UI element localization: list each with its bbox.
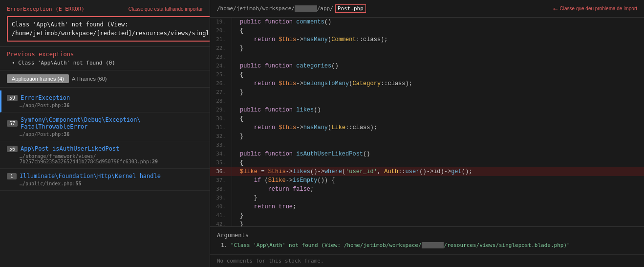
code-line: 27.} [210, 88, 644, 97]
annotation-import-wrapper: ← Classe que deu problema de import [553, 4, 637, 13]
code-line-highlighted: 36. $like = $this->likes()->where('user_… [210, 167, 644, 176]
code-line: 34.public function isAuthUserLikedPost() [210, 150, 644, 158]
frame-number: 57 [7, 120, 18, 127]
prev-exceptions-section: Previous exceptions Class 'App\Auth' not… [0, 47, 210, 70]
code-line: 21. return $this->hasMany(Comment::class… [210, 35, 644, 44]
code-line: 40. return true; [210, 202, 644, 211]
frame-item[interactable]: 59 ErrorException …/app/Post.php:36 [0, 90, 210, 112]
frame-class-name: App\Post isAuthUserLikedPost [21, 145, 119, 152]
error-header: ErrorException (E_ERROR) Classe que está… [0, 0, 210, 47]
frame-item[interactable]: 1 Illuminate\Foundation\Http\Kernel hand… [0, 169, 210, 191]
code-line: 37. if ($like->isEmpty()) { [210, 176, 644, 185]
code-line: 41.} [210, 211, 644, 220]
breadcrumb-path: /home/jetimob/workspace/ /app/ [217, 5, 333, 12]
frame-top: 56 App\Post isAuthUserLikedPost [7, 145, 203, 152]
frame-file: …/public/index.php:55 [7, 181, 203, 186]
code-line: 25.{ [210, 70, 644, 79]
code-line: 38. return false; [210, 185, 644, 194]
prev-exceptions-label: Previous exceptions [7, 51, 203, 58]
code-line: 33. [210, 141, 644, 150]
code-line: 28. [210, 97, 644, 106]
code-line: 32.} [210, 132, 644, 141]
frame-item[interactable]: 56 App\Post isAuthUserLikedPost …/storag… [0, 141, 210, 169]
arguments-label: Arguments [217, 232, 637, 239]
code-line: 42.} [210, 220, 644, 226]
argument-value: "Class 'App\Auth' not found (View: /home… [231, 242, 570, 248]
arrow-left-icon: ← [553, 4, 558, 13]
prev-exception-item[interactable]: Class 'App\Auth' not found (0) [7, 60, 203, 66]
frame-number: 1 [7, 173, 17, 179]
app-frames-button[interactable]: Application frames (4) [7, 74, 69, 83]
argument-item: 1. "Class 'App\Auth' not found (View: /h… [217, 242, 637, 250]
frame-number: 56 [7, 146, 18, 152]
error-type: ErrorException (E_ERROR) [7, 6, 85, 12]
frame-file: …/app/Post.php:36 [7, 132, 203, 137]
frames-toggle: Application frames (4) All frames (60) [0, 70, 210, 88]
code-line: 24.public function categories() [210, 62, 644, 70]
code-line: 29.public function likes() [210, 106, 644, 114]
frame-top: 57 Symfony\Component\Debug\Exception\Fat… [7, 116, 203, 130]
frame-class-name: ErrorException [21, 94, 70, 101]
code-line: 20.{ [210, 26, 644, 35]
code-line: 26. return $this->belongsToMany(Category… [210, 79, 644, 88]
arguments-section: Arguments 1. "Class 'App\Auth' not found… [210, 226, 644, 255]
no-comments: No comments for this stack frame. [210, 254, 644, 267]
frame-class-name: Symfony\Component\Debug\Exception\FatalT… [21, 116, 141, 130]
frame-number: 59 [7, 95, 18, 101]
frame-top: 59 ErrorException [7, 94, 203, 101]
code-line: 31. return $this->hasMany(Like::class); [210, 123, 644, 132]
code-line: 23. [210, 53, 644, 62]
code-line: 30.{ [210, 114, 644, 123]
code-line: 35.{ [210, 158, 644, 167]
code-line: 19.public function comments() [210, 18, 644, 26]
annotation-import-label: Classe que deu problema de import [560, 6, 637, 11]
right-panel: /home/jetimob/workspace/ /app/ Post.php … [210, 0, 644, 267]
left-panel: ErrorException (E_ERROR) Classe que está… [0, 0, 210, 267]
frame-item[interactable]: 57 Symfony\Component\Debug\Exception\Fat… [0, 112, 210, 141]
all-frames-button[interactable]: All frames (60) [72, 76, 107, 82]
breadcrumb-file: Post.php [335, 4, 366, 13]
annotation-class-label: Classe que está falhando importar [129, 6, 203, 12]
code-line: 22.} [210, 44, 644, 53]
frame-file: …/storage/framework/views/7b257cb96235a3… [7, 154, 203, 164]
frames-list: 59 ErrorException …/app/Post.php:36 57 S… [0, 88, 210, 267]
error-message-box: Class 'App\Auth' not found (View: /home/… [7, 16, 210, 42]
code-line: 39. } [210, 194, 644, 202]
frame-top: 1 Illuminate\Foundation\Http\Kernel hand… [7, 173, 203, 179]
frame-class-name: Illuminate\Foundation\Http\Kernel handle [20, 173, 161, 179]
file-breadcrumb: /home/jetimob/workspace/ /app/ Post.php … [210, 0, 644, 18]
frame-file: …/app/Post.php:36 [7, 103, 203, 108]
error-message-text: Class 'App\Auth' not found (View: /home/… [12, 21, 210, 37]
code-area: 19.public function comments() 20.{ 21. r… [210, 18, 644, 226]
